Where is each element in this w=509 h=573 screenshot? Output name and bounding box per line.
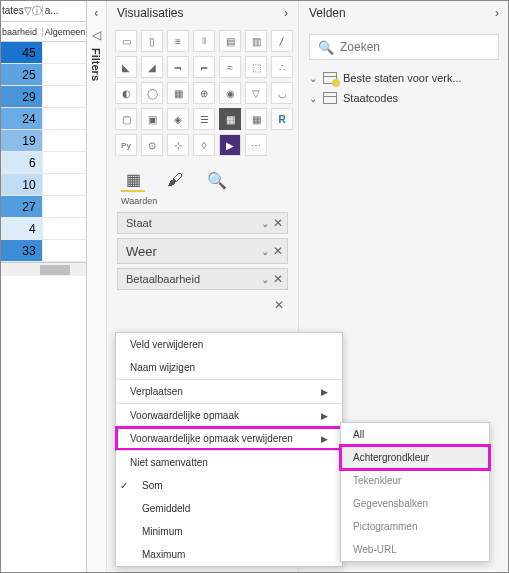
column-header-2[interactable]: a... — [42, 5, 86, 16]
line-column-icon[interactable]: ⫬ — [167, 56, 189, 78]
stacked-area-icon[interactable]: ◢ — [141, 56, 163, 78]
close-icon[interactable]: ✕ — [273, 216, 283, 230]
treemap-icon[interactable]: ▦ — [167, 82, 189, 104]
line-clustered-icon[interactable]: ⫭ — [193, 56, 215, 78]
matrix-icon[interactable]: ▦ — [245, 108, 267, 130]
key-influencers-icon[interactable]: ⊙ — [141, 134, 163, 156]
table-row[interactable]: 29 — [0, 86, 86, 108]
search-input[interactable] — [340, 40, 490, 54]
scatter-icon[interactable]: ∴ — [271, 56, 293, 78]
field-well[interactable]: Betaalbaarheid⌄✕ — [117, 268, 288, 290]
chevron-down-icon[interactable]: ⌄ — [261, 218, 269, 229]
analytics-tab-icon[interactable]: 🔍 — [205, 168, 229, 192]
multi-card-icon[interactable]: ▣ — [141, 108, 163, 130]
table-row[interactable]: 25 — [0, 64, 86, 86]
context-menu-item[interactable]: Veld verwijderen — [116, 333, 342, 356]
context-menu-item[interactable]: Voorwaardelijke opmaak▶ — [116, 403, 342, 427]
decomposition-icon[interactable]: ⊹ — [167, 134, 189, 156]
viz-title: Visualisaties — [117, 6, 183, 20]
field-tree-item[interactable]: ⌄Beste staten voor verk... — [299, 68, 509, 88]
table-row[interactable]: 19 — [0, 130, 86, 152]
submenu-item[interactable]: Pictogrammen — [341, 515, 489, 538]
clustered-column-icon[interactable]: ⫴ — [193, 30, 215, 52]
caret-down-icon[interactable]: ⌄ — [309, 93, 317, 104]
ribbon-chart-icon[interactable]: ≈ — [219, 56, 241, 78]
submenu-item[interactable]: Tekenkleur — [341, 469, 489, 492]
table-row[interactable]: 4 — [0, 218, 86, 240]
context-menu-item[interactable]: Maximum — [116, 543, 342, 566]
submenu-item[interactable]: Gegevensbalken — [341, 492, 489, 515]
hundred-column-icon[interactable]: ▥ — [245, 30, 267, 52]
card-icon[interactable]: ▢ — [115, 108, 137, 130]
field-well[interactable]: Staat⌄✕ — [117, 212, 288, 234]
submenu-item[interactable]: Web-URL — [341, 538, 489, 561]
field-well-extra: ✕ — [117, 294, 288, 316]
submenu-item[interactable]: All — [341, 423, 489, 446]
chevron-down-icon[interactable]: ⌄ — [261, 246, 269, 257]
context-menu-item[interactable]: Naam wijzigen — [116, 356, 342, 379]
python-visual-icon[interactable]: Py — [115, 134, 137, 156]
fields-panel-header[interactable]: Velden › — [299, 0, 509, 26]
close-icon[interactable]: ✕ — [273, 272, 283, 286]
table-row[interactable]: 27 — [0, 196, 86, 218]
donut-chart-icon[interactable]: ◯ — [141, 82, 163, 104]
filter-icon[interactable]: ▽ — [24, 5, 32, 16]
r-visual-icon[interactable]: R — [271, 108, 293, 130]
area-chart-icon[interactable]: ◣ — [115, 56, 137, 78]
table-row[interactable]: 6 — [0, 152, 86, 174]
context-menu-item[interactable]: ✓Som — [116, 474, 342, 497]
powerapps-icon[interactable]: ▶ — [219, 134, 241, 156]
check-icon: ✓ — [120, 480, 128, 491]
context-menu-item[interactable]: Voorwaardelijke opmaak verwijderen▶ — [116, 427, 342, 450]
slicer-icon[interactable]: ☰ — [193, 108, 215, 130]
table-icon[interactable]: ▦ — [219, 108, 241, 130]
caret-down-icon[interactable]: ⌄ — [309, 73, 317, 84]
scrollbar-thumb[interactable] — [40, 265, 70, 275]
table-icon — [323, 92, 337, 104]
table-cell: 27 — [0, 196, 42, 217]
chevron-left-icon[interactable]: ‹ — [94, 6, 98, 20]
line-chart-icon[interactable]: 〳 — [271, 30, 293, 52]
format-tab-icon[interactable]: 🖌 — [163, 168, 187, 192]
funnel-icon[interactable]: ▽ — [245, 82, 267, 104]
submenu-item[interactable]: Achtergrondkleur — [341, 446, 489, 469]
stacked-bar-icon[interactable]: ▭ — [115, 30, 137, 52]
close-icon[interactable]: ✕ — [273, 244, 283, 258]
gauge-icon[interactable]: ◡ — [271, 82, 293, 104]
fields-tab-icon[interactable]: ▦ — [121, 168, 145, 192]
data-table: tates ▽ ⓘ a... baarheid Algemeen 4525292… — [0, 0, 87, 573]
qa-icon[interactable]: ◊ — [193, 134, 215, 156]
custom-visual-icon[interactable]: ⋯ — [245, 134, 267, 156]
table-row[interactable]: 10 — [0, 174, 86, 196]
pie-chart-icon[interactable]: ◐ — [115, 82, 137, 104]
filters-strip[interactable]: ‹ ◁ Filters — [87, 0, 107, 573]
viz-panel-header[interactable]: Visualisaties › — [107, 0, 298, 26]
table-cell — [42, 130, 86, 151]
context-menu-item[interactable]: Niet samenvatten — [116, 450, 342, 474]
waterfall-icon[interactable]: ⬚ — [245, 56, 267, 78]
kpi-icon[interactable]: ◈ — [167, 108, 189, 130]
context-menu-item[interactable]: Verplaatsen▶ — [116, 379, 342, 403]
clustered-bar-icon[interactable]: ≡ — [167, 30, 189, 52]
table-row[interactable]: 45 — [0, 42, 86, 64]
chevron-right-icon[interactable]: › — [284, 6, 288, 20]
chevron-right-icon[interactable]: › — [495, 6, 499, 20]
info-icon[interactable]: ⓘ — [32, 4, 42, 18]
search-box[interactable]: 🔍 — [309, 34, 499, 60]
table-cell — [42, 196, 86, 217]
context-menu-item[interactable]: Gemiddeld — [116, 497, 342, 520]
map-icon[interactable]: ⊕ — [193, 82, 215, 104]
horizontal-scrollbar[interactable] — [0, 262, 86, 276]
table-row[interactable]: 33 — [0, 240, 86, 262]
close-icon[interactable]: ✕ — [274, 298, 284, 312]
table-cell: 4 — [0, 218, 42, 239]
chevron-down-icon[interactable]: ⌄ — [261, 274, 269, 285]
column-header-1[interactable]: tates ▽ ⓘ — [0, 4, 42, 18]
field-tree-item[interactable]: ⌄Staatcodes — [299, 88, 509, 108]
stacked-column-icon[interactable]: ▯ — [141, 30, 163, 52]
table-row[interactable]: 24 — [0, 108, 86, 130]
filled-map-icon[interactable]: ◉ — [219, 82, 241, 104]
field-well[interactable]: Weer⌄✕ — [117, 238, 288, 264]
hundred-bar-icon[interactable]: ▤ — [219, 30, 241, 52]
context-menu-item[interactable]: Minimum — [116, 520, 342, 543]
